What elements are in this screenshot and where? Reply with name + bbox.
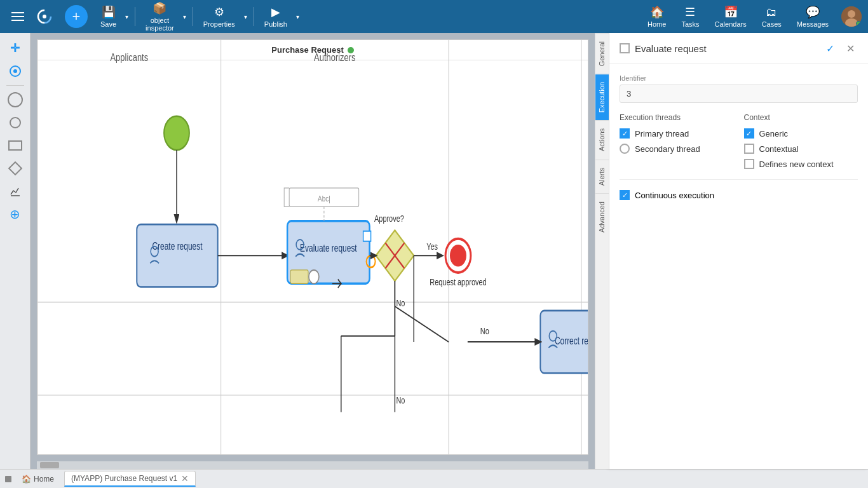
execution-threads-label: Execution threads (620, 113, 734, 122)
rect-icon (8, 140, 22, 151)
context-options-group: ✓ Generic Contextual Defines new context (744, 128, 858, 169)
properties-action[interactable]: ⚙ Properties (198, 3, 240, 30)
secondary-thread-radio[interactable] (620, 144, 630, 154)
tab-general[interactable]: General (595, 33, 609, 74)
tasks-nav-button[interactable]: ☰ Tasks (674, 3, 707, 30)
move-tool[interactable]: ✛ (5, 38, 25, 58)
publish-action[interactable]: ▶ Publish (259, 3, 292, 30)
svg-text:Applicants: Applicants (110, 51, 148, 63)
svg-text:Approve?: Approve? (374, 213, 404, 224)
defines-new-context-option[interactable]: Defines new context (744, 159, 858, 169)
svg-rect-28 (290, 270, 308, 283)
publish-dropdown-chevron[interactable]: ▾ (295, 13, 301, 20)
save-dropdown-chevron[interactable]: ▾ (124, 13, 130, 20)
secondary-thread-option[interactable]: Secondary thread (620, 144, 734, 154)
panel-close-button[interactable]: ✕ (843, 41, 858, 56)
save-action[interactable]: 💾 Save (95, 3, 121, 30)
right-sidebar-tabs: General Execution Actions Alerts Advance… (595, 33, 609, 469)
svg-text:No: No (396, 298, 405, 309)
online-status-dot (856, 21, 861, 26)
calendars-nav-button[interactable]: 📅 Calendars (707, 3, 754, 30)
primary-thread-checkbox[interactable]: ✓ (620, 128, 630, 139)
navigate-tool[interactable] (5, 61, 25, 81)
messages-nav-button[interactable]: 💬 Messages (789, 3, 836, 30)
large-circle-tool[interactable] (5, 90, 25, 110)
generic-option[interactable]: ✓ Generic (744, 128, 858, 139)
circle-sm-icon (10, 117, 21, 128)
circle-big-icon (8, 92, 23, 107)
tab-close-button[interactable]: ✕ (181, 474, 189, 483)
chart-tool[interactable] (5, 181, 25, 201)
continuous-execution-label: Continuous execution (635, 191, 714, 200)
home-nav-button[interactable]: 🏠 Home (640, 3, 674, 30)
svg-point-5 (13, 69, 17, 73)
execution-threads-section: Execution threads ✓ Primary thread Secon… (620, 113, 734, 169)
defines-new-context-label: Defines new context (759, 159, 834, 169)
publish-icon: ▶ (271, 5, 280, 19)
tool-separator (6, 85, 24, 86)
panel-confirm-button[interactable]: ✓ (822, 41, 837, 56)
home-icon: 🏠 (650, 5, 664, 19)
svg-point-29 (309, 270, 319, 283)
primary-thread-option[interactable]: ✓ Primary thread (620, 128, 734, 139)
panel-title-checkbox[interactable] (620, 43, 630, 53)
panel-header-actions: ✓ ✕ (822, 41, 858, 56)
tasks-icon: ☰ (685, 5, 695, 19)
properties-dropdown-chevron[interactable]: ▾ (243, 13, 248, 20)
hamburger-menu-button[interactable] (6, 5, 29, 28)
generic-checkbox[interactable]: ✓ (744, 128, 754, 139)
svg-point-0 (43, 15, 46, 18)
identifier-label: Identifier (620, 74, 858, 82)
status-bar-scroll-left[interactable] (5, 476, 11, 482)
rectangle-tool[interactable] (5, 135, 25, 156)
tab-execution[interactable]: Execution (595, 74, 609, 120)
svg-point-39 (450, 245, 466, 267)
svg-rect-17 (137, 224, 217, 287)
svg-text:Create request: Create request (152, 240, 202, 252)
radio-group-threads: ✓ Primary thread Secondary thread (620, 128, 734, 154)
context-label: Context (744, 113, 858, 122)
object-inspector-action[interactable]: 📦 object inspector (140, 0, 179, 34)
svg-text:No: No (480, 325, 489, 336)
save-icon: 💾 (102, 5, 116, 19)
calendars-icon: 📅 (724, 5, 738, 19)
identifier-input[interactable] (620, 85, 858, 103)
toolbar-separator-1 (135, 7, 135, 26)
purchase-request-tab[interactable]: (MYAPP) Purchase Request v1 ✕ (64, 471, 196, 487)
identifier-group: Identifier (620, 74, 858, 103)
contextual-option[interactable]: Contextual (744, 144, 858, 154)
right-panel-title-row: Evaluate request (620, 43, 707, 54)
execution-context-row: Execution threads ✓ Primary thread Secon… (620, 113, 858, 169)
tab-actions[interactable]: Actions (595, 120, 609, 159)
svg-text:Correct request: Correct request (555, 335, 588, 346)
add-shape-tool[interactable]: ⊕ (5, 204, 25, 224)
right-panel-header: Evaluate request ✓ ✕ (609, 33, 868, 64)
toolbar-separator-3 (254, 7, 254, 26)
tab-alerts[interactable]: Alerts (595, 159, 609, 193)
canvas-container: Purchase Request Applicants Authorizers (31, 33, 595, 469)
continuous-execution-row[interactable]: ✓ Continuous execution (620, 190, 858, 200)
defines-new-context-checkbox[interactable] (744, 159, 754, 169)
tab-advanced[interactable]: Advanced (595, 193, 609, 240)
user-avatar[interactable] (841, 6, 862, 27)
contextual-checkbox[interactable] (744, 144, 754, 154)
add-button[interactable]: + (65, 5, 88, 28)
bpmn-canvas[interactable]: Applicants Authorizers Create request (37, 40, 588, 454)
small-circle-tool[interactable] (5, 112, 25, 133)
continuous-execution-checkbox[interactable]: ✓ (620, 190, 630, 200)
bpmn-diagram[interactable]: Purchase Request Applicants Authorizers (37, 39, 588, 455)
scrollbar-thumb[interactable] (40, 462, 59, 468)
svg-text:No: No (396, 395, 405, 406)
generic-label: Generic (759, 129, 789, 139)
messages-icon: 💬 (806, 5, 820, 19)
main-area: ✛ ⊕ Purch (0, 33, 868, 469)
object-inspector-dropdown-chevron[interactable]: ▾ (182, 13, 187, 20)
cases-nav-button[interactable]: 🗂 Cases (754, 3, 789, 30)
right-sidebar-area: General Execution Actions Alerts Advance… (595, 33, 868, 469)
main-toolbar: + 💾 Save ▾ 📦 object inspector ▾ ⚙ Proper… (0, 0, 868, 33)
diamond-tool[interactable] (5, 158, 25, 179)
horizontal-scrollbar[interactable] (37, 461, 588, 469)
home-tab-button[interactable]: 🏠 Home (17, 472, 59, 486)
primary-thread-label: Primary thread (635, 129, 689, 139)
diamond-icon (8, 161, 22, 176)
